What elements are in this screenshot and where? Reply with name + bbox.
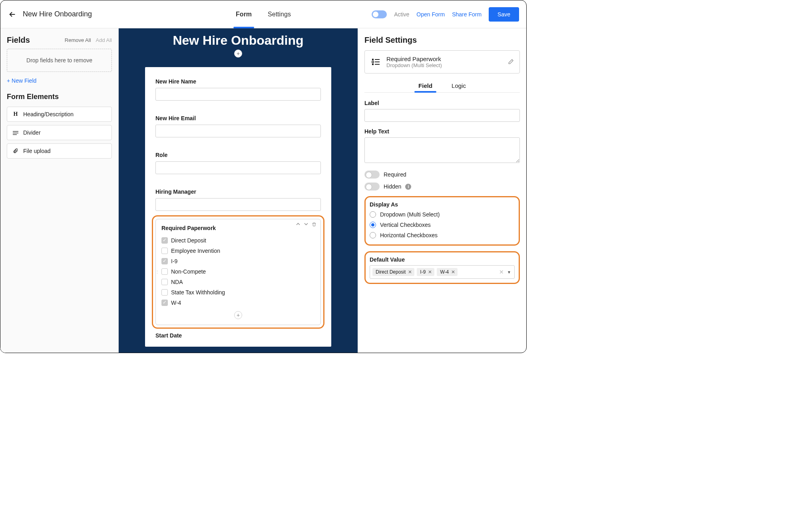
help-text-input[interactable] — [364, 137, 520, 163]
chip-remove-icon[interactable]: ✕ — [408, 269, 412, 275]
page-title: New Hire Onboarding — [23, 10, 92, 18]
form-field[interactable]: New Hire Name — [155, 78, 321, 101]
back-arrow-icon[interactable] — [8, 10, 17, 19]
checkbox-option[interactable]: State Tax Withholding — [161, 287, 315, 298]
remove-dropzone[interactable]: Drop fields here to remove — [7, 49, 112, 72]
checkbox-icon[interactable] — [161, 268, 168, 275]
field-label: Role — [155, 152, 321, 158]
delete-icon[interactable] — [312, 222, 316, 227]
svg-rect-6 — [375, 62, 380, 62]
radio-icon[interactable] — [370, 222, 376, 228]
field-identity-card: Required Paperwork Dropdown (Multi Selec… — [364, 50, 520, 73]
checkbox-option[interactable]: NDA — [161, 277, 315, 287]
checkbox-icon[interactable] — [161, 279, 168, 285]
display-as-option[interactable]: Dropdown (Multi Select) — [370, 209, 515, 220]
text-input[interactable] — [155, 125, 321, 137]
chip-remove-icon[interactable]: ✕ — [451, 269, 455, 275]
label-setting-label: Label — [364, 100, 520, 106]
radio-label: Vertical Checkboxes — [380, 222, 431, 228]
required-toggle[interactable] — [364, 171, 380, 179]
field-label: Required Paperwork — [161, 225, 315, 231]
edit-field-icon[interactable] — [507, 59, 514, 65]
text-input[interactable] — [155, 161, 321, 174]
checkbox-option[interactable]: Non-Compete — [161, 266, 315, 277]
subtab-field[interactable]: Field — [417, 79, 434, 92]
header-tabs: Form Settings — [236, 0, 291, 28]
display-as-option[interactable]: Vertical Checkboxes — [370, 220, 515, 230]
checkbox-label: W-4 — [171, 300, 181, 306]
default-value-input[interactable]: Direct Deposit✕I-9✕W-4✕ ✕ ▼ — [370, 265, 515, 279]
default-value-chip[interactable]: W-4✕ — [437, 268, 458, 276]
tab-form[interactable]: Form — [236, 0, 252, 28]
element-file-upload[interactable]: File upload — [7, 143, 112, 159]
active-toggle[interactable] — [372, 10, 387, 18]
active-toggle-label: Active — [394, 11, 409, 18]
text-input[interactable] — [155, 88, 321, 101]
right-panel: Field Settings Required Paperwork Dropdo… — [358, 28, 526, 353]
settings-subtabs: Field Logic — [364, 79, 520, 93]
hidden-toggle[interactable] — [364, 183, 380, 191]
display-as-heading: Display As — [370, 201, 515, 208]
multiselect-icon — [370, 56, 382, 67]
field-label: New Hire Name — [155, 78, 321, 85]
svg-rect-3 — [372, 59, 374, 60]
info-icon[interactable]: i — [405, 184, 411, 190]
field-label: New Hire Email — [155, 115, 321, 121]
radio-icon[interactable] — [370, 211, 376, 218]
element-label: Heading/Description — [23, 111, 74, 117]
form-card: New Hire Name New Hire Email Role Hiring… — [145, 67, 331, 347]
chip-remove-icon[interactable]: ✕ — [428, 269, 432, 275]
checkbox-option[interactable]: Direct Deposit — [161, 235, 315, 246]
radio-icon[interactable] — [370, 232, 376, 238]
checkbox-icon[interactable] — [161, 248, 168, 254]
open-form-link[interactable]: Open Form — [416, 11, 445, 18]
radio-label: Horizontal Checkboxes — [380, 232, 438, 238]
field-label: Hiring Manager — [155, 189, 321, 195]
fields-heading: Fields — [7, 36, 30, 45]
element-heading-description[interactable]: H Heading/Description — [7, 107, 112, 122]
form-field[interactable]: New Hire Email — [155, 115, 321, 137]
move-down-icon[interactable] — [304, 222, 308, 227]
save-button[interactable]: Save — [489, 7, 519, 22]
add-all-link[interactable]: Add All — [96, 37, 112, 43]
tab-settings[interactable]: Settings — [268, 0, 291, 28]
svg-rect-7 — [372, 64, 374, 65]
label-input[interactable] — [364, 109, 520, 122]
checkbox-icon[interactable] — [161, 300, 168, 306]
new-field-button[interactable]: + New Field — [7, 77, 112, 84]
svg-rect-5 — [372, 61, 374, 63]
checkbox-option[interactable]: Employee Invention — [161, 246, 315, 256]
default-value-chip[interactable]: I-9✕ — [417, 268, 434, 276]
checkbox-icon[interactable] — [161, 237, 168, 244]
move-up-icon[interactable] — [296, 222, 300, 227]
form-title: New Hire Onboarding — [173, 33, 303, 48]
dropdown-caret-icon[interactable]: ▼ — [507, 270, 511, 274]
text-input[interactable] — [155, 198, 321, 211]
default-value-section: Default Value Direct Deposit✕I-9✕W-4✕ ✕ … — [364, 251, 520, 284]
paperclip-icon — [12, 148, 19, 154]
selected-field-required-paperwork[interactable]: ⋮⋮ Required Paperwork Direct DepositEmpl… — [155, 219, 321, 325]
share-form-link[interactable]: Share Form — [452, 11, 482, 18]
add-option-button[interactable]: + — [234, 311, 242, 319]
element-divider[interactable]: Divider — [7, 125, 112, 140]
element-label: Divider — [23, 129, 41, 136]
checkbox-label: I-9 — [171, 258, 177, 264]
clear-all-icon[interactable]: ✕ — [499, 269, 504, 275]
field-settings-heading: Field Settings — [364, 36, 520, 45]
insert-section-button[interactable]: + — [234, 50, 242, 58]
form-field[interactable]: Hiring Manager — [155, 189, 321, 211]
default-value-chip[interactable]: Direct Deposit✕ — [372, 268, 414, 276]
element-label: File upload — [23, 148, 51, 154]
remove-all-link[interactable]: Remove All — [65, 37, 91, 43]
checkbox-option[interactable]: W-4 — [161, 298, 315, 308]
form-field[interactable]: Role — [155, 152, 321, 174]
selected-field-type: Dropdown (Multi Select) — [386, 62, 503, 68]
checkbox-label: Employee Invention — [171, 248, 220, 254]
checkbox-label: Direct Deposit — [171, 237, 206, 244]
checkbox-option[interactable]: I-9 — [161, 256, 315, 266]
checkbox-icon[interactable] — [161, 258, 168, 264]
radio-label: Dropdown (Multi Select) — [380, 211, 440, 218]
checkbox-icon[interactable] — [161, 289, 168, 296]
subtab-logic[interactable]: Logic — [450, 79, 468, 92]
display-as-option[interactable]: Horizontal Checkboxes — [370, 230, 515, 240]
